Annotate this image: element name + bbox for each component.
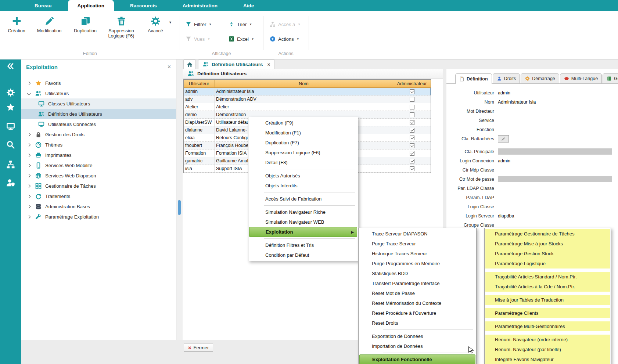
expand-chevron-icon[interactable] (27, 184, 31, 188)
avance-button[interactable]: Avancé (143, 15, 168, 33)
avance-dropdown-icon[interactable]: ▼ (169, 21, 172, 24)
expand-chevron-icon[interactable] (27, 205, 31, 208)
submenu-item[interactable]: Renum. Navigateur (ordre interne) ▶ (485, 335, 610, 345)
admin-checkbox[interactable] (410, 97, 414, 102)
admin-checkbox[interactable] (410, 128, 414, 133)
top-menu-item[interactable]: Administration (173, 0, 227, 11)
context-menu-item[interactable]: Objets Interdits ▶ (249, 181, 357, 191)
submenu-item[interactable]: Reset Mot de Passe ▶ (359, 288, 475, 298)
context-menu-item[interactable]: Duplication (F7) ▶ (249, 138, 357, 148)
nav-item[interactable]: Services Web Diapason (21, 170, 176, 181)
context-menu-item[interactable]: Détail (F8) ▶ (249, 158, 357, 167)
field-value[interactable]: diapdba (498, 213, 514, 219)
expand-chevron-icon[interactable] (27, 215, 31, 219)
submenu-item[interactable]: Traçabilité Articles Standard / Nom.Ptr.… (485, 272, 610, 282)
submenu-item[interactable]: Importation de Données ▶ (359, 341, 475, 351)
nav-item[interactable]: Services Web Mobilité (21, 160, 176, 170)
table-row[interactable]: admin Administrateur Isia (184, 88, 431, 95)
filtrer-button[interactable]: Filtrer ▼ (183, 19, 215, 29)
submenu-item[interactable]: Exploitation Fonctionnelle ▶ (359, 354, 475, 364)
admin-checkbox[interactable] (410, 112, 414, 117)
top-menu-item[interactable]: Raccourcis (121, 0, 166, 11)
detail-tab[interactable]: Multi-Langue (560, 73, 602, 83)
column-header[interactable]: Nom (215, 80, 393, 87)
admin-checkbox[interactable] (410, 105, 414, 109)
submenu-item[interactable]: Intégrité Favoris Navigateur ▶ (485, 354, 610, 364)
admin-checkbox[interactable] (410, 120, 414, 125)
sidebar-icon-button[interactable] (0, 140, 21, 149)
context-menu-item[interactable]: Création (F9) ▶ (249, 118, 357, 128)
nav-item[interactable]: Utilisateurs (21, 88, 176, 98)
nav-item[interactable]: Thèmes (21, 140, 176, 150)
sidebar-icon-button[interactable] (0, 160, 21, 169)
submenu-item[interactable]: Paramétrage Gestionnaire de Tâches ▶ (485, 229, 610, 239)
detail-tab[interactable]: Définition (455, 73, 492, 84)
top-menu-item[interactable]: Aide (234, 0, 263, 11)
admin-checkbox[interactable] (410, 159, 414, 163)
table-row[interactable]: adv Démonstration ADV (184, 95, 431, 103)
sidebar-icon-button[interactable] (0, 103, 21, 112)
expand-chevron-icon[interactable] (27, 81, 31, 85)
admin-checkbox[interactable] (410, 166, 414, 171)
field-value[interactable]: admin (498, 158, 510, 163)
admin-checkbox[interactable] (410, 89, 414, 94)
submenu-item[interactable]: Paramétrage Mise à jour Stocks ▶ (485, 239, 610, 249)
sidebar-icon-button[interactable] (0, 62, 21, 71)
field-value[interactable]: admin (498, 90, 510, 95)
expand-chevron-icon[interactable] (27, 91, 31, 95)
nav-close-icon[interactable]: × (168, 64, 171, 70)
submenu-item[interactable]: Transfert Parametrage Interface ▶ (359, 278, 475, 288)
submenu-item[interactable]: Trace Serveur DIAPASON ▶ (359, 229, 475, 239)
submenu-item[interactable]: Purge Programmes en Mémoire ▶ (359, 259, 475, 269)
nav-item[interactable]: Définition des Utilisateurs (21, 109, 176, 119)
admin-checkbox[interactable] (410, 151, 414, 156)
expand-chevron-icon[interactable] (27, 174, 31, 177)
detail-tab[interactable]: Gestion (603, 73, 618, 83)
context-menu-item[interactable]: Suppression Logique (F6) ▶ (249, 148, 357, 158)
context-menu-item[interactable]: Exploitation ▶ (249, 227, 357, 237)
cla-rattachees-button[interactable] (498, 135, 509, 143)
nav-item[interactable]: Traitements (21, 191, 176, 201)
context-menu-item[interactable]: Simulation Navigateur WEB ▶ (249, 217, 357, 227)
context-menu-item[interactable]: Modification (F1) ▶ (249, 128, 357, 138)
splitter-handle[interactable] (178, 200, 181, 215)
nav-item[interactable]: Favoris (21, 78, 176, 88)
nav-item[interactable]: Imprimantes (21, 150, 176, 160)
modification-button[interactable]: Modification (32, 15, 66, 33)
submenu-item[interactable]: Reset Mémorisation du Contexte ▶ (359, 298, 475, 308)
expand-chevron-icon[interactable] (27, 153, 31, 157)
nav-item[interactable]: Administration Bases (21, 201, 176, 212)
submenu-item[interactable]: Paramétrage Logistique ▶ (485, 259, 610, 269)
nav-item[interactable]: Utilisateurs Connectés (21, 119, 176, 129)
submenu-item[interactable]: Statistiques BDD ▶ (359, 269, 475, 278)
column-header[interactable]: Administrateur (393, 80, 431, 87)
context-menu-item[interactable]: Définition Filtres et Tris ▶ (249, 240, 357, 250)
admin-checkbox[interactable] (410, 143, 414, 148)
field-value[interactable]: Administrateur Isia (498, 100, 536, 105)
context-menu-item[interactable]: Condition par Défaut ▶ (249, 250, 357, 260)
context-menu-item[interactable]: Simulation Navigateur Riche ▶ (249, 207, 357, 217)
actions-button[interactable]: Actions ▼ (267, 34, 302, 44)
sidebar-icon-button[interactable] (0, 122, 21, 131)
expand-chevron-icon[interactable] (27, 133, 31, 136)
suppression-logique-button[interactable]: Suppression Logique (F6) (103, 15, 140, 39)
excel-button[interactable]: Excel ▼ (226, 34, 257, 44)
detail-tab[interactable]: Démarrage (521, 73, 559, 83)
nav-item[interactable]: Classes Utilisateurs (21, 98, 176, 109)
top-menu-item[interactable]: Application (68, 0, 114, 11)
context-menu-item[interactable]: Accès Suivi de Fabrication ▶ (249, 194, 357, 204)
trier-button[interactable]: Trier ▼ (226, 19, 255, 29)
nav-item[interactable]: Gestion des Droits (21, 129, 176, 140)
detail-tab[interactable]: Droits (493, 73, 520, 83)
duplication-button[interactable]: Duplication (69, 15, 101, 33)
home-tab[interactable] (183, 60, 196, 69)
submenu-item[interactable]: Paramétrage Clients ▶ (485, 308, 610, 318)
table-row[interactable]: Atelier Atelier (184, 103, 431, 111)
submenu-item[interactable]: Paramétrage Gestion Stock ▶ (485, 249, 610, 259)
submenu-item[interactable]: Paramétrage Multi-Gestionnaires ▶ (485, 321, 610, 331)
fermer-button[interactable]: × Fermer (184, 343, 213, 352)
submenu-item[interactable]: Traçabilité Articles à la Cde / Nom.Ptr.… (485, 282, 610, 292)
submenu-item[interactable]: Mise à jour Tables de Traduction ▶ (485, 295, 610, 305)
submenu-item[interactable]: Renum. Navigateur (par libellé) ▶ (485, 345, 610, 354)
context-menu-item[interactable]: Objets Autorisés ▶ (249, 171, 357, 181)
